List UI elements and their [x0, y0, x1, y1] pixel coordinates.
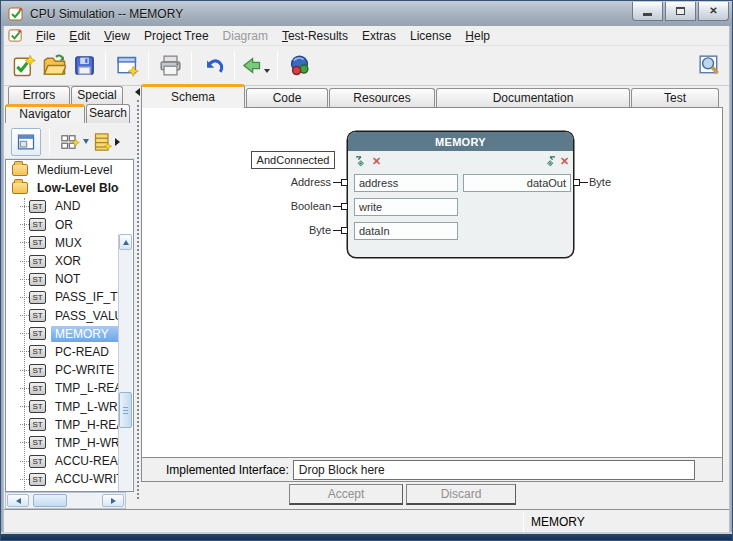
menu-license[interactable]: License: [403, 28, 458, 44]
arrow-right-icon: [111, 498, 116, 504]
save-button[interactable]: [69, 50, 99, 82]
open-button[interactable]: [39, 50, 69, 82]
tree-connector: [20, 242, 29, 243]
tab-schema[interactable]: Schema: [141, 84, 245, 108]
input-pin-write[interactable]: [341, 203, 348, 210]
tab-code[interactable]: Code: [246, 88, 328, 108]
input-pin-address[interactable]: [341, 179, 348, 186]
new-block-button[interactable]: [58, 128, 91, 156]
tree-item-medium-level[interactable]: Medium-Level: [6, 161, 119, 179]
panel-view-button[interactable]: [11, 128, 41, 156]
menu-project-tree[interactable]: Project Tree: [137, 28, 216, 44]
undo-button[interactable]: [198, 50, 228, 82]
app-window: CPU Simulation -- MEMORY ✕ FileEditViewP…: [0, 0, 733, 541]
tab-resources[interactable]: Resources: [329, 88, 435, 108]
back-button[interactable]: [241, 50, 271, 82]
restore-icon: [676, 7, 685, 15]
back-dropdown-icon[interactable]: [264, 69, 270, 73]
input-pin-dataIn[interactable]: [341, 227, 348, 234]
connect-output-icon[interactable]: [544, 155, 556, 167]
restore-button[interactable]: [665, 2, 696, 21]
scroll-left-button[interactable]: [7, 494, 29, 507]
menu-diagram[interactable]: Diagram: [216, 28, 275, 44]
scroll-thumb[interactable]: [119, 392, 132, 428]
tree-item-tmp-l-rea[interactable]: STTMP_L-REA: [6, 379, 119, 397]
implemented-interface-field[interactable]: Drop Block here: [293, 460, 695, 480]
tree-item-pass-if-tru[interactable]: STPASS_IF_TRU: [6, 288, 119, 306]
zoom-icon: [698, 54, 721, 77]
tree-item-pc-read[interactable]: STPC-READ: [6, 343, 119, 361]
st-block-icon: ST: [29, 309, 46, 322]
memory-block[interactable]: MEMORY ✕ ✕ address write dataIn dataOut: [347, 131, 574, 258]
menu-edit[interactable]: Edit: [62, 28, 97, 44]
toolbar: [4, 46, 729, 86]
connect-input-icon[interactable]: [355, 155, 367, 167]
tree-item-tmp-h-rea[interactable]: STTMP_H-REA: [6, 416, 119, 434]
tab-navigator[interactable]: Navigator: [5, 104, 85, 123]
tab-errors[interactable]: Errors: [8, 86, 70, 105]
memory-block-title: MEMORY: [348, 132, 573, 151]
menu-view[interactable]: View: [97, 28, 137, 44]
colors-button[interactable]: [284, 50, 314, 82]
tree-horizontal-scrollbar[interactable]: [5, 492, 126, 509]
tab-documentation[interactable]: Documentation: [436, 88, 630, 108]
scroll-thumb[interactable]: [33, 494, 67, 507]
st-block-icon: ST: [29, 273, 46, 286]
output-field-dataOut[interactable]: dataOut: [463, 174, 571, 192]
print-button[interactable]: [155, 50, 185, 82]
st-block-icon: ST: [29, 364, 46, 377]
tree-item-low-level-bloc[interactable]: Low-Level Bloc: [6, 179, 119, 197]
implemented-interface-label: Implemented Interface:: [166, 463, 289, 477]
menu-file[interactable]: File: [29, 28, 62, 44]
menu-extras[interactable]: Extras: [355, 28, 403, 44]
tree-item-xor[interactable]: STXOR: [6, 252, 119, 270]
arrow-up-icon: [123, 240, 129, 245]
and-connected-label[interactable]: AndConnected: [251, 151, 335, 169]
st-block-icon: ST: [29, 255, 46, 268]
wire-stub: [333, 182, 341, 183]
close-button[interactable]: ✕: [698, 2, 729, 21]
st-block-icon: ST: [29, 327, 46, 340]
tree-item-or[interactable]: STOR: [6, 216, 119, 234]
collapse-arrow-icon[interactable]: [135, 88, 140, 96]
st-block-icon: ST: [29, 400, 46, 413]
tree-connector: [20, 388, 29, 389]
delete-input-icon[interactable]: ✕: [372, 155, 381, 167]
tree-item-accu-writ[interactable]: STACCU-WRIT: [6, 470, 119, 488]
input-field-write[interactable]: write: [354, 198, 458, 216]
delete-output-icon[interactable]: ✕: [560, 155, 569, 167]
scroll-up-button[interactable]: [119, 234, 132, 250]
scroll-right-button[interactable]: [102, 494, 124, 507]
tab-special[interactable]: Special: [71, 86, 123, 105]
minimize-button[interactable]: [632, 2, 663, 21]
tree-item-pass-value[interactable]: STPASS_VALUE: [6, 307, 119, 325]
accept-button[interactable]: Accept: [289, 484, 403, 505]
menu-test-results[interactable]: Test-Results: [275, 28, 355, 44]
tree-item-label: ACCU-READ: [51, 453, 119, 469]
tree-item-mux[interactable]: STMUX: [6, 234, 119, 252]
tree-item-tmp-h-wri[interactable]: STTMP_H-WRI: [6, 434, 119, 452]
more-arrow-icon[interactable]: [115, 138, 120, 146]
statusbar-divider: [523, 512, 524, 532]
menu-help[interactable]: Help: [458, 28, 497, 44]
zoom-button[interactable]: [694, 50, 724, 82]
tree-item-pc-write[interactable]: STPC-WRITE: [6, 361, 119, 379]
new-window-button[interactable]: [112, 50, 142, 82]
tree-item-tmp-l-wri[interactable]: STTMP_L-WRI: [6, 397, 119, 415]
tab-search[interactable]: Search: [86, 104, 130, 123]
discard-button[interactable]: Discard: [406, 484, 516, 505]
tree-item-label: NOT: [51, 271, 84, 287]
new-table-button[interactable]: [91, 128, 122, 156]
tree-item-accu-read[interactable]: STACCU-READ: [6, 452, 119, 470]
tree-item-not[interactable]: STNOT: [6, 270, 119, 288]
tree-item-and[interactable]: STAND: [6, 197, 119, 215]
chevron-down-icon[interactable]: [83, 139, 89, 144]
tree-vertical-scrollbar[interactable]: [118, 234, 132, 492]
input-field-dataIn[interactable]: dataIn: [354, 222, 458, 240]
tab-test[interactable]: Test: [631, 88, 719, 108]
new-document-button[interactable]: [9, 50, 39, 82]
input-field-address[interactable]: address: [354, 174, 458, 192]
toolbar-separator: [191, 51, 192, 81]
tree-item-memory[interactable]: STMEMORY: [6, 325, 119, 343]
output-pin-dataOut[interactable]: [573, 179, 580, 186]
